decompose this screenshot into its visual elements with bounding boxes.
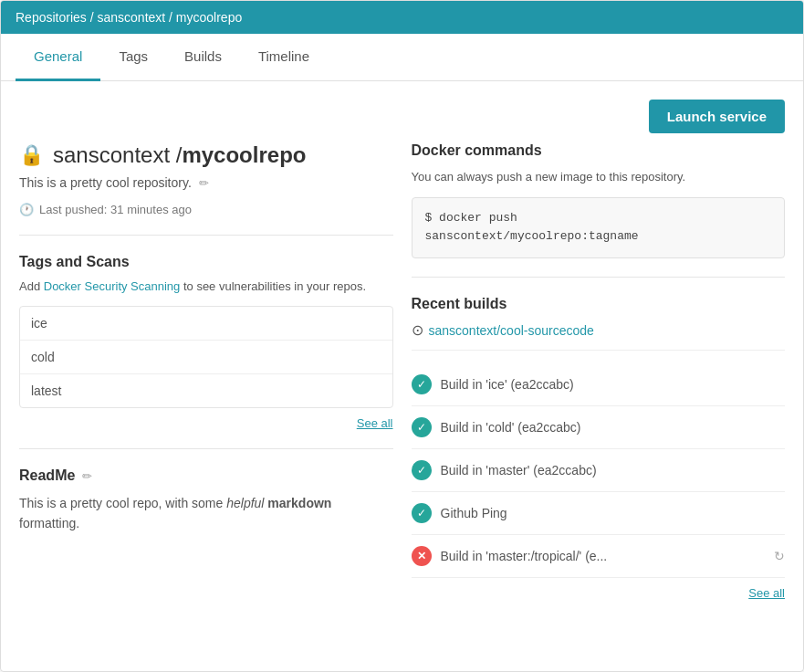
docker-commands-description: You can always push a new image to this … — [412, 168, 786, 186]
readme-title: ReadMe — [19, 467, 75, 484]
divider-2 — [19, 448, 393, 449]
clock-icon: 🕐 — [19, 203, 34, 216]
build-label-4: Build in 'master:/tropical/' (e... — [441, 549, 608, 563]
build-label-1: Build in 'cold' (ea2ccabc) — [441, 420, 581, 435]
docker-command-code[interactable]: $ docker pushsanscontext/mycoolrepo:tagn… — [412, 197, 786, 259]
lock-icon: 🔒 — [19, 143, 44, 167]
xmark-icon-4: ✕ — [417, 550, 426, 562]
tab-timeline[interactable]: Timeline — [240, 34, 328, 81]
breadcrumb: Repositories / sanscontext / mycoolrepo — [16, 10, 242, 25]
divider-1 — [19, 235, 393, 236]
build-status-success-0: ✓ — [412, 374, 432, 394]
checkmark-icon-3: ✓ — [417, 507, 426, 520]
build-label-0: Build in 'ice' (ea2ccabc) — [441, 377, 574, 392]
tag-item-latest: latest — [20, 374, 392, 407]
readme-italic: helpful — [226, 496, 264, 510]
readme-end: formatting. — [19, 516, 79, 530]
org-name: sanscontext / — [53, 142, 182, 167]
source-repo-link[interactable]: sanscontext/cool-sourcecode — [429, 323, 594, 338]
checkmark-icon-2: ✓ — [417, 464, 426, 477]
repo-title: sanscontext /mycoolrepo — [53, 142, 306, 168]
readme-content: This is a pretty cool repo, with some he… — [19, 493, 393, 534]
left-column: 🔒 sanscontext /mycoolrepo This is a pret… — [19, 142, 393, 600]
tags-section-title: Tags and Scans — [19, 254, 393, 270]
edit-readme-icon[interactable]: ✏ — [82, 469, 92, 483]
source-repo-row: ⊙ sanscontext/cool-sourcecode — [412, 321, 786, 351]
last-pushed-text: Last pushed: 31 minutes ago — [39, 203, 192, 216]
divider-3 — [412, 277, 786, 278]
tab-general[interactable]: General — [16, 34, 100, 81]
github-icon: ⊙ — [412, 321, 423, 339]
tags-list: ice cold latest — [19, 306, 393, 408]
docker-commands-title: Docker commands — [412, 142, 786, 159]
description-text: This is a pretty cool repository. — [19, 175, 192, 190]
docker-command-text: $ docker pushsanscontext/mycoolrepo:tagn… — [425, 211, 639, 244]
build-item-0: ✓ Build in 'ice' (ea2ccabc) — [412, 363, 786, 406]
tag-item-cold: cold — [20, 341, 392, 374]
edit-description-icon[interactable]: ✏ — [199, 176, 209, 190]
tab-builds[interactable]: Builds — [166, 34, 240, 81]
build-item-1: ✓ Build in 'cold' (ea2ccabc) — [412, 406, 786, 449]
repo-description: This is a pretty cool repository. ✏ — [19, 175, 393, 190]
toolbar: Launch service — [19, 100, 785, 133]
recent-builds-section: Recent builds ⊙ sanscontext/cool-sourcec… — [412, 296, 786, 600]
build-status-success-2: ✓ — [412, 460, 432, 480]
tags-section: Tags and Scans Add Docker Security Scann… — [19, 254, 393, 430]
build-status-success-3: ✓ — [412, 503, 432, 523]
tags-see-all-row: See all — [19, 408, 393, 430]
build-item-3: ✓ Github Ping — [412, 492, 786, 535]
checkmark-icon-0: ✓ — [417, 378, 426, 391]
checkmark-icon-1: ✓ — [417, 421, 426, 434]
refresh-icon[interactable]: ↻ — [774, 549, 785, 563]
title-bar: Repositories / sanscontext / mycoolrepo — [1, 1, 803, 34]
main-grid: 🔒 sanscontext /mycoolrepo This is a pret… — [19, 142, 785, 600]
recent-builds-title: Recent builds — [412, 296, 786, 312]
launch-service-button[interactable]: Launch service — [649, 100, 785, 133]
build-item-2: ✓ Build in 'master' (ea2ccabc) — [412, 449, 786, 492]
tags-description: Add Docker Security Scanning to see vuln… — [19, 279, 393, 293]
main-content: Launch service 🔒 sanscontext /mycoolrepo… — [1, 81, 803, 618]
build-label-3: Github Ping — [441, 506, 507, 520]
tags-see-all-link[interactable]: See all — [357, 416, 393, 430]
right-column: Docker commands You can always push a ne… — [412, 142, 786, 600]
tab-tags[interactable]: Tags — [100, 34, 166, 81]
tab-bar: General Tags Builds Timeline — [1, 34, 803, 81]
builds-see-all-row: See all — [412, 578, 786, 600]
docker-commands-section: Docker commands You can always push a ne… — [412, 142, 786, 258]
repo-header: 🔒 sanscontext /mycoolrepo — [19, 142, 393, 168]
build-status-error-4: ✕ — [412, 546, 432, 566]
docker-security-link[interactable]: Docker Security Scanning — [44, 279, 181, 293]
readme-section: ReadMe ✏ This is a pretty cool repo, wit… — [19, 467, 393, 534]
repo-name: mycoolrepo — [182, 142, 306, 167]
last-pushed: 🕐 Last pushed: 31 minutes ago — [19, 203, 393, 216]
build-item-4: ✕ Build in 'master:/tropical/' (e... ↻ — [412, 535, 786, 578]
builds-see-all-link[interactable]: See all — [748, 586, 785, 600]
build-label-2: Build in 'master' (ea2ccabc) — [441, 463, 597, 478]
build-status-success-1: ✓ — [412, 417, 432, 437]
tag-item-ice: ice — [20, 307, 392, 341]
readme-bold: markdown — [267, 496, 331, 510]
readme-header: ReadMe ✏ — [19, 467, 393, 484]
readme-text-start: This is a pretty cool repo, with some — [19, 496, 226, 510]
